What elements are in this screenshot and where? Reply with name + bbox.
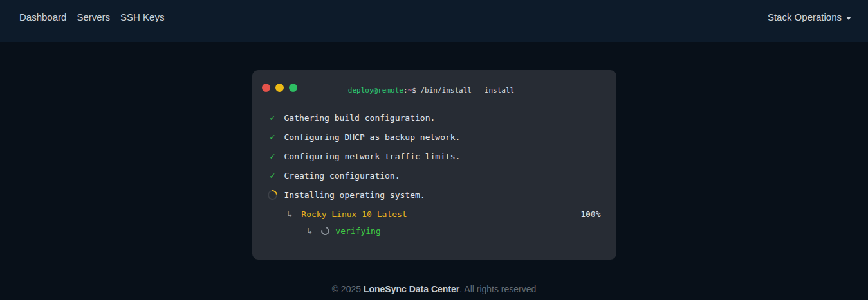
terminal-window: deploy@remote:~$ /bin/install --install … (252, 70, 616, 260)
progress-percent: 100% (580, 207, 600, 221)
check-icon: ✓ (270, 169, 275, 182)
substep-row: ↳ verifying (308, 224, 601, 238)
prompt-colon: : (403, 86, 408, 94)
copyright-suffix: . All rights reserved (459, 284, 536, 294)
check-icon: ✓ (270, 111, 275, 125)
install-step-row: Installing operating system. (268, 188, 601, 202)
terminal-title: deploy@remote:~$ /bin/install --install (262, 82, 601, 95)
nav-link-servers[interactable]: Servers (77, 9, 110, 26)
brand-name: LoneSync Data Center (364, 284, 459, 294)
sub-arrow-icon: ↳ (308, 224, 313, 238)
step-text: Creating configuration. (284, 169, 400, 182)
install-step-row: ✓ Gathering build configuration. (268, 111, 601, 125)
window-controls (262, 84, 297, 92)
nav-link-ssh-keys[interactable]: SSH Keys (120, 9, 164, 26)
footer: © 2025 LoneSync Data Center. All rights … (0, 284, 868, 294)
stack-operations-dropdown[interactable]: Stack Operations (768, 9, 851, 26)
install-step-row: ✓ Configuring network traffic limits. (268, 150, 601, 163)
close-window-icon[interactable] (262, 84, 270, 92)
step-text: Configuring network traffic limits. (284, 150, 461, 163)
copyright-prefix: © 2025 (332, 284, 364, 294)
substep-text: verifying (335, 224, 380, 238)
prompt-command: $ /bin/install --install (412, 86, 514, 94)
install-step-row: ✓ Creating configuration. (268, 169, 601, 182)
step-text: Installing operating system. (284, 188, 425, 202)
install-step-row: ✓ Configuring DHCP as backup network. (268, 130, 601, 144)
step-text: Gathering build configuration. (284, 111, 436, 125)
maximize-window-icon[interactable] (289, 84, 297, 92)
prompt-user: deploy@remote (348, 86, 403, 94)
main-content: deploy@remote:~$ /bin/install --install … (0, 42, 868, 260)
spinner-icon (266, 188, 279, 202)
nav-link-dashboard[interactable]: Dashboard (19, 9, 66, 26)
navbar-links: Dashboard Servers SSH Keys (19, 9, 164, 26)
navbar: Dashboard Servers SSH Keys Stack Operati… (0, 0, 868, 42)
terminal-header: deploy@remote:~$ /bin/install --install (252, 70, 616, 90)
caret-down-icon (846, 17, 851, 20)
sub-arrow-icon: ↳ (288, 207, 293, 221)
step-text: Configuring DHCP as backup network. (284, 130, 461, 144)
check-icon: ✓ (270, 130, 275, 144)
substep-text: Rocky Linux 10 Latest (301, 207, 407, 221)
terminal-output: ✓ Gathering build configuration. ✓ Confi… (252, 90, 616, 260)
substep-row: ↳ Rocky Linux 10 Latest 100% (288, 207, 601, 221)
minimize-window-icon[interactable] (275, 84, 284, 92)
spinner-icon (320, 225, 331, 236)
check-icon: ✓ (270, 150, 275, 163)
stack-operations-label: Stack Operations (768, 9, 842, 26)
